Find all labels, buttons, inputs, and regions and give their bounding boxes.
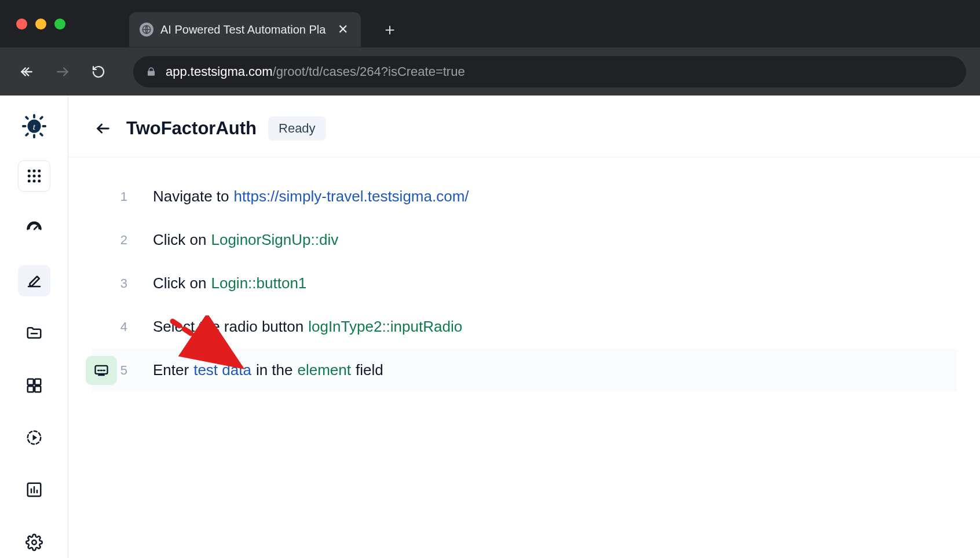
browser-tab[interactable]: AI Powered Test Automation Pla ✕ (129, 12, 361, 47)
window-close-icon[interactable] (16, 19, 27, 30)
page-header: TwoFactorAuth Ready (68, 96, 980, 157)
svg-marker-30 (32, 435, 37, 440)
sidebar-item-folder[interactable] (18, 317, 50, 348)
step-number: 4 (120, 320, 127, 335)
url-path: /groot/td/cases/264?isCreate=true (273, 64, 465, 79)
step-gutter: 1 (92, 189, 132, 204)
content-area: TwoFactorAuth Ready 1Navigate to https:/… (68, 96, 980, 558)
step-number: 5 (120, 363, 127, 378)
step-text: Select the radio button (153, 318, 303, 336)
step-text: Enter (153, 361, 189, 379)
svg-rect-25 (27, 379, 33, 384)
svg-point-15 (32, 170, 35, 172)
globe-icon (140, 23, 153, 36)
svg-rect-8 (42, 125, 46, 127)
sidebar-item-run[interactable] (18, 422, 50, 453)
svg-point-14 (27, 170, 30, 172)
svg-point-18 (32, 175, 35, 178)
svg-rect-6 (33, 134, 35, 138)
step-body: Click on Login::button1 (153, 274, 306, 292)
back-button[interactable] (14, 59, 39, 85)
step-row[interactable]: 2Click on LoginorSignUp::div (92, 218, 957, 262)
app-logo-icon[interactable]: t (21, 113, 47, 140)
sidebar-item-apps[interactable] (18, 160, 50, 192)
svg-rect-28 (35, 386, 41, 392)
active-step-indicator-icon (86, 356, 117, 385)
url-host: app.testsigma.com (166, 64, 273, 79)
step-text: Click on (153, 274, 206, 292)
sidebar-item-reports[interactable] (18, 474, 50, 505)
step-body: Enter test data in the element field (153, 361, 383, 379)
step-text: Navigate to (153, 188, 229, 205)
svg-rect-26 (35, 379, 41, 384)
svg-rect-11 (24, 132, 29, 137)
step-gutter: 4 (92, 320, 132, 335)
step-text: in the (256, 361, 293, 379)
step-testdata[interactable]: https://simply-travel.testsigma.com/ (234, 188, 469, 205)
step-number: 3 (120, 276, 127, 291)
step-number: 2 (120, 233, 127, 248)
svg-point-19 (38, 175, 41, 178)
svg-text:t: t (32, 122, 35, 131)
step-element[interactable]: Login::button1 (211, 274, 306, 292)
svg-point-35 (32, 540, 36, 545)
svg-line-23 (34, 226, 37, 229)
svg-rect-27 (27, 386, 33, 392)
reload-button[interactable] (86, 59, 111, 85)
step-row[interactable]: 3Click on Login::button1 (92, 262, 957, 305)
page-title: TwoFactorAuth (126, 118, 257, 139)
browser-chrome: AI Powered Test Automation Pla ✕ ＋ app.t… (0, 0, 980, 96)
svg-point-22 (38, 179, 41, 182)
step-gutter: 3 (92, 276, 132, 291)
sidebar-item-dashboard[interactable] (18, 212, 50, 244)
step-body: Click on LoginorSignUp::div (153, 231, 338, 249)
forward-button[interactable] (50, 59, 75, 85)
svg-rect-9 (24, 116, 29, 120)
step-testdata[interactable]: test data (193, 361, 251, 379)
step-text: field (356, 361, 383, 379)
address-bar[interactable]: app.testsigma.com/groot/td/cases/264?isC… (133, 56, 966, 87)
step-gutter: 2 (92, 233, 132, 248)
sidebar: t (0, 96, 68, 558)
svg-point-16 (38, 170, 41, 172)
status-badge: Ready (268, 116, 326, 141)
svg-rect-5 (33, 114, 35, 119)
window-controls (16, 19, 65, 30)
svg-rect-37 (96, 365, 108, 373)
step-element[interactable]: element (298, 361, 352, 379)
sidebar-item-grid[interactable] (18, 370, 50, 401)
lock-icon (146, 67, 156, 77)
step-element[interactable]: logInType2::inputRadio (308, 318, 462, 336)
step-row[interactable]: 1Navigate to https://simply-travel.tests… (92, 175, 957, 218)
step-number: 1 (120, 189, 127, 204)
step-row[interactable]: 5Enter test data in the element field (92, 348, 957, 392)
step-body: Navigate to https://simply-travel.testsi… (153, 188, 469, 205)
steps-list: 1Navigate to https://simply-travel.tests… (68, 157, 980, 409)
step-body: Select the radio button logInType2::inpu… (153, 318, 462, 336)
new-tab-button[interactable]: ＋ (378, 18, 401, 41)
close-tab-icon[interactable]: ✕ (335, 20, 350, 39)
url-text: app.testsigma.com/groot/td/cases/264?isC… (166, 64, 465, 79)
sidebar-item-settings[interactable] (18, 527, 50, 558)
svg-point-20 (27, 179, 30, 182)
app-root: t TwoFactorAuth (0, 96, 980, 558)
sidebar-item-edit[interactable] (18, 265, 50, 296)
svg-rect-10 (39, 116, 43, 120)
browser-toolbar: app.testsigma.com/groot/td/cases/264?isC… (0, 47, 980, 96)
titlebar: AI Powered Test Automation Pla ✕ ＋ (0, 0, 980, 47)
window-maximize-icon[interactable] (54, 19, 65, 30)
step-text: Click on (153, 231, 206, 249)
back-arrow-button[interactable] (92, 117, 115, 140)
step-row[interactable]: 4Select the radio button logInType2::inp… (92, 305, 957, 348)
svg-point-17 (27, 175, 30, 178)
step-element[interactable]: LoginorSignUp::div (211, 231, 338, 249)
svg-point-21 (32, 179, 35, 182)
svg-rect-12 (39, 132, 43, 137)
svg-rect-7 (21, 125, 26, 127)
window-minimize-icon[interactable] (35, 19, 46, 30)
tab-title: AI Powered Test Automation Pla (160, 23, 328, 36)
